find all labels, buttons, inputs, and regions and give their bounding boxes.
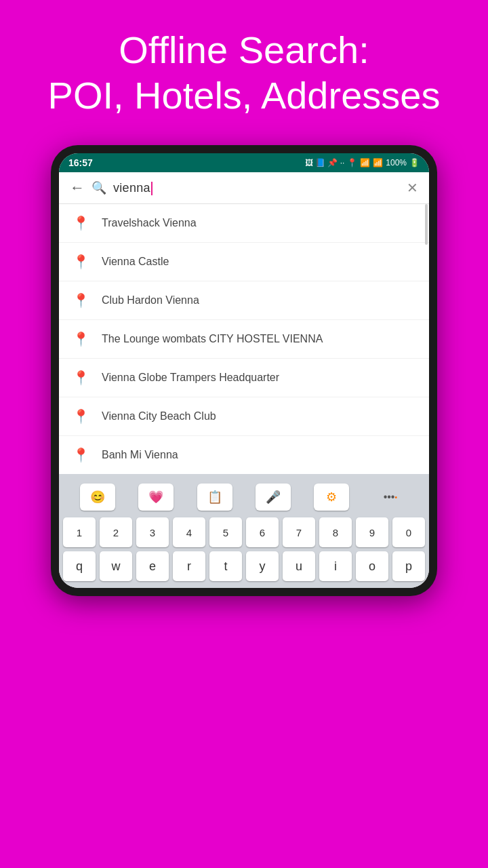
result-item-3[interactable]: 📍 Club Hardon Vienna [59,281,429,320]
key-i[interactable]: i [319,551,352,581]
result-item-6[interactable]: 📍 Vienna City Beach Club [59,397,429,436]
key-9[interactable]: 9 [356,517,388,547]
battery-text: 100% [386,158,407,167]
result-text-5: Vienna Globe Trampers Headquarter [102,372,279,384]
key-4[interactable]: 4 [173,517,205,547]
emoji-button[interactable]: 😊 [80,484,115,511]
key-0[interactable]: 0 [392,517,425,547]
key-o[interactable]: o [356,551,388,581]
key-e[interactable]: e [136,551,169,581]
pin-icon-3: 📍 [73,292,89,309]
key-t[interactable]: t [209,551,242,581]
phone-mockup: 16:57 🖼 📘 📌 ·· 📍 📶 📶 100% 🔋 ← 🔍 vienna ✕ [0,145,488,596]
search-icon: 🔍 [92,180,106,195]
result-text-6: Vienna City Beach Club [102,410,216,422]
pin-icon-2: 📍 [73,254,89,270]
phone-screen: 16:57 🖼 📘 📌 ·· 📍 📶 📶 100% 🔋 ← 🔍 vienna ✕ [59,153,429,588]
search-input[interactable]: vienna [113,181,400,195]
battery-icon: 🔋 [409,158,420,167]
pin-icon-7: 📍 [73,447,89,463]
notification-icons: 🖼 📘 📌 ·· [305,158,345,167]
key-u[interactable]: u [283,551,315,581]
pin-icon-1: 📍 [73,215,89,231]
key-q[interactable]: q [63,551,96,581]
wifi-icon: 📶 [360,158,370,167]
keyboard: 😊 💗 📋 🎤 ⚙ •••• 1 2 3 4 5 6 7 8 [59,474,429,588]
pin-icon-6: 📍 [73,408,89,425]
text-cursor [151,182,152,195]
clear-button[interactable]: ✕ [407,180,418,196]
settings-button[interactable]: ⚙ [314,484,349,511]
result-text-7: Banh Mi Vienna [102,449,178,461]
key-2[interactable]: 2 [100,517,132,547]
key-6[interactable]: 6 [246,517,279,547]
signal-icon: 📶 [373,158,383,167]
pin-icon-5: 📍 [73,370,89,386]
search-results: 📍 Travelshack Vienna 📍 Vienna Castle 📍 C… [59,204,429,474]
location-icon: 📍 [347,158,357,167]
phone-frame: 16:57 🖼 📘 📌 ·· 📍 📶 📶 100% 🔋 ← 🔍 vienna ✕ [51,145,437,596]
result-text-2: Vienna Castle [102,256,169,268]
result-text-1: Travelshack Vienna [102,217,197,229]
result-text-4: The Lounge wombats CITY HOSTEL VIENNA [102,333,323,345]
result-item-2[interactable]: 📍 Vienna Castle [59,243,429,281]
status-bar: 16:57 🖼 📘 📌 ·· 📍 📶 📶 100% 🔋 [59,153,429,172]
mic-button[interactable]: 🎤 [256,484,291,511]
scrollbar[interactable] [425,204,428,245]
header-title: Offline Search: POI, Hotels, Addresses [20,27,468,118]
result-item-5[interactable]: 📍 Vienna Globe Trampers Headquarter [59,359,429,397]
header-section: Offline Search: POI, Hotels, Addresses [0,0,488,138]
result-item-1[interactable]: 📍 Travelshack Vienna [59,204,429,243]
pin-icon-4: 📍 [73,331,89,347]
results-list: 📍 Travelshack Vienna 📍 Vienna Castle 📍 C… [59,204,429,474]
result-item-7[interactable]: 📍 Banh Mi Vienna [59,436,429,474]
key-y[interactable]: y [246,551,279,581]
result-text-3: Club Hardon Vienna [102,294,199,307]
keyboard-row-numbers: 1 2 3 4 5 6 7 8 9 0 [62,517,426,547]
key-8[interactable]: 8 [319,517,352,547]
status-time: 16:57 [68,157,93,168]
keyboard-toolbar: 😊 💗 📋 🎤 ⚙ •••• [62,479,426,517]
search-bar[interactable]: ← 🔍 vienna ✕ [59,172,429,204]
key-w[interactable]: w [100,551,132,581]
sticker-button[interactable]: 💗 [138,484,174,511]
key-3[interactable]: 3 [136,517,169,547]
status-icons: 🖼 📘 📌 ·· 📍 📶 📶 100% 🔋 [305,158,420,167]
clipboard-button[interactable]: 📋 [197,484,232,511]
key-7[interactable]: 7 [283,517,315,547]
key-1[interactable]: 1 [63,517,96,547]
key-5[interactable]: 5 [209,517,242,547]
keyboard-row-qwerty: q w e r t y u i o p [62,551,426,581]
key-r[interactable]: r [173,551,205,581]
key-p[interactable]: p [392,551,425,581]
back-button[interactable]: ← [70,179,85,197]
result-item-4[interactable]: 📍 The Lounge wombats CITY HOSTEL VIENNA [59,320,429,359]
more-button[interactable]: •••• [373,484,408,511]
